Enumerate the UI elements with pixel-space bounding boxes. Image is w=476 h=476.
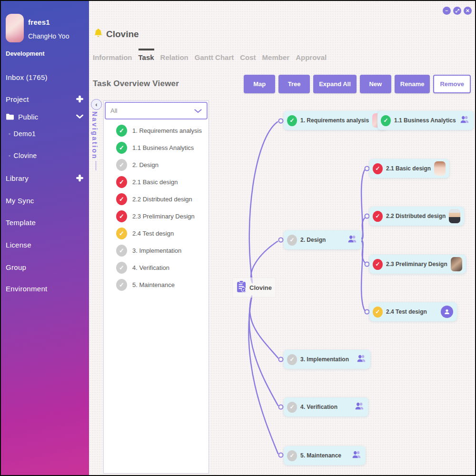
map-button[interactable]: Map: [244, 75, 275, 93]
add-library-icon[interactable]: [76, 175, 83, 182]
status-check-icon: ✓: [116, 228, 127, 239]
sidebar-item-label: Public: [18, 113, 39, 121]
chevron-down-icon[interactable]: [76, 115, 83, 119]
status-check-icon: ✓: [116, 193, 127, 205]
sidebar-item-library[interactable]: Library: [1, 172, 89, 184]
task-row[interactable]: ✓ 4. Verification: [104, 259, 208, 276]
task-row[interactable]: ✓ 2. Design: [104, 156, 208, 173]
sidebar-item-label: Demo1: [14, 130, 36, 138]
task-row[interactable]: ✓ 2.1 Basic design: [104, 173, 208, 190]
user-fullname: ChangHo Yoo: [28, 32, 69, 40]
mindmap-node-maintenance[interactable]: ✓ 5. Maintenance: [284, 446, 366, 465]
sidebar-item-label: License: [6, 241, 31, 249]
panel-collapse-button[interactable]: ‹: [91, 99, 102, 110]
status-check-icon: ✓: [287, 450, 297, 461]
sidebar-item-project[interactable]: Project: [1, 93, 89, 105]
tab-member[interactable]: Member: [262, 49, 290, 61]
status-check-icon: ✓: [116, 262, 127, 274]
sidebar-item-label: Project: [6, 95, 29, 103]
rename-button[interactable]: Rename: [395, 75, 430, 93]
status-check-icon: ✓: [287, 402, 297, 413]
maximize-button[interactable]: ⤢: [453, 7, 461, 15]
expand-all-button[interactable]: Expand All: [313, 75, 357, 93]
user-avatar[interactable]: [6, 14, 24, 42]
sidebar-item-inbox[interactable]: Inbox (1765): [1, 71, 89, 83]
sidebar-item-environment[interactable]: Environment: [1, 283, 89, 294]
navigation-panel: All ✓ 1. Requirements analysis ✓ 1.1 Bus…: [103, 100, 209, 474]
status-check-icon: ✓: [116, 210, 127, 222]
new-button[interactable]: New: [360, 75, 391, 93]
tab-gantt-chart[interactable]: Gantt Chart: [195, 49, 234, 61]
node-label: 4. Verification: [300, 404, 337, 410]
sidebar-item-label: Clovine: [14, 152, 37, 159]
sidebar-item-public[interactable]: Public: [1, 111, 89, 122]
mindmap-node-basic-design[interactable]: ✓ 2.1 Basic design: [369, 159, 449, 178]
bell-icon: [94, 28, 102, 40]
mindmap-node-requirements[interactable]: ✓ 1. Requirements analysis: [284, 111, 387, 130]
tab-task[interactable]: Task: [139, 49, 154, 61]
status-check-icon: ✓: [381, 115, 391, 126]
person-icon: [441, 306, 453, 318]
task-row[interactable]: ✓ 1. Requirements analysis: [104, 122, 208, 139]
status-check-icon: ✓: [287, 354, 297, 365]
tree-button[interactable]: Tree: [278, 75, 310, 93]
status-check-icon: ✓: [116, 279, 127, 291]
sidebar: frees1 ChangHo Yoo Development Inbox (17…: [1, 1, 89, 475]
task-label: 2.3 Preliminary Design: [132, 213, 195, 220]
task-row[interactable]: ✓ 2.2 Distributed design: [104, 190, 208, 208]
add-project-icon[interactable]: [76, 96, 83, 103]
remove-button[interactable]: Remove: [433, 75, 471, 93]
status-check-icon: ✓: [287, 115, 297, 126]
sidebar-item-license[interactable]: License: [1, 239, 89, 250]
sidebar-item-group[interactable]: Group: [1, 261, 89, 273]
mindmap-node-distributed-design[interactable]: ✓ 2.2 Distributed design: [369, 207, 464, 226]
team-icon: [354, 401, 365, 413]
node-label: 2.3 Preliminary Design: [386, 261, 447, 268]
tab-relation[interactable]: Relation: [160, 49, 188, 61]
bullet-icon: ◦: [9, 152, 11, 159]
sidebar-item-demo1[interactable]: ◦ Demo1: [1, 128, 89, 139]
task-row[interactable]: ✓ 3. Implementation: [104, 242, 208, 259]
bullet-icon: ◦: [9, 130, 11, 137]
sidebar-item-template[interactable]: Template: [1, 217, 89, 228]
node-label: 5. Maintenance: [300, 452, 341, 459]
mindmap-node-verification[interactable]: ✓ 4. Verification: [284, 397, 368, 416]
navigation-divider: [96, 161, 96, 170]
status-check-icon: ✓: [116, 125, 127, 137]
task-tree-list: ✓ 1. Requirements analysis ✓ 1.1 Busines…: [104, 122, 208, 293]
tab-information[interactable]: Information: [93, 49, 132, 61]
task-label: 3. Implementation: [132, 247, 181, 254]
team-icon: [351, 449, 362, 462]
sidebar-item-mysync[interactable]: My Sync: [1, 195, 89, 206]
sidebar-item-clovine[interactable]: ◦ Clovine: [1, 150, 89, 161]
assignee-avatar: [451, 257, 462, 271]
node-label: 1.1 Business Analytics: [394, 117, 456, 124]
mindmap-node-preliminary-design[interactable]: ✓ 2.3 Preliminary Design: [369, 255, 466, 274]
navigation-vertical-label: Navigation: [91, 111, 99, 160]
task-row[interactable]: ✓ 2.4 Test design: [104, 225, 208, 242]
task-row[interactable]: ✓ 1.1 Business Analytics: [104, 139, 208, 156]
app-window: frees1 ChangHo Yoo Development Inbox (17…: [0, 0, 476, 476]
mindmap-root-node[interactable]: Clovine: [232, 278, 276, 298]
sidebar-item-label: Environment: [6, 285, 48, 293]
mindmap-node-test-design[interactable]: ✓ 2.4 Test design: [369, 302, 457, 321]
node-label: 3. Implementation: [300, 356, 349, 363]
task-row[interactable]: ✓ 5. Maintenance: [104, 276, 208, 293]
sidebar-item-label: Library: [6, 174, 29, 182]
tab-approval[interactable]: Approval: [296, 49, 327, 61]
task-row[interactable]: ✓ 2.3 Preliminary Design: [104, 208, 208, 225]
assignee-avatar: [434, 161, 446, 176]
sidebar-item-label: My Sync: [6, 197, 34, 205]
workspace-label: Development: [6, 50, 45, 57]
task-label: 2.4 Test design: [132, 230, 174, 237]
mindmap-node-business-analytics[interactable]: ✓ 1.1 Business Analytics: [377, 111, 474, 130]
status-check-icon: ✓: [373, 259, 383, 270]
mindmap-node-design[interactable]: ✓ 2. Design: [284, 230, 361, 249]
task-filter-dropdown[interactable]: All: [105, 102, 208, 119]
close-button[interactable]: ✕: [464, 7, 472, 15]
tab-cost[interactable]: Cost: [240, 49, 256, 61]
node-label: 2.1 Basic design: [386, 165, 431, 172]
status-check-icon: ✓: [116, 176, 127, 188]
mindmap-node-implementation[interactable]: ✓ 3. Implementation: [284, 350, 370, 369]
minimize-button[interactable]: −: [443, 7, 451, 15]
